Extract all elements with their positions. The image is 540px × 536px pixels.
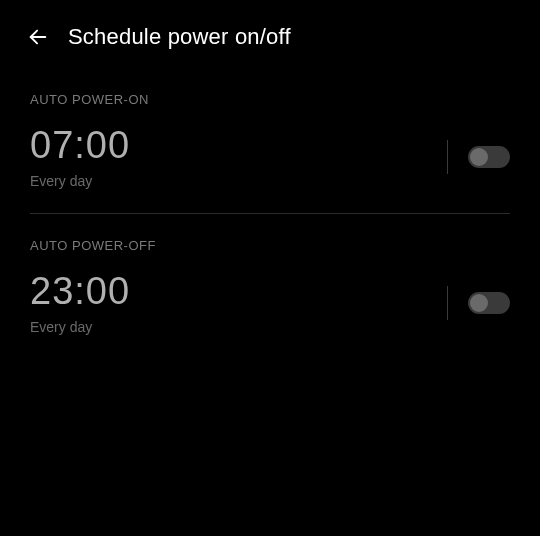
auto-power-off-row: 23:00 Every day — [30, 271, 510, 359]
auto-power-on-controls — [447, 140, 510, 174]
auto-power-on-label: AUTO POWER-ON — [30, 92, 510, 107]
auto-power-on-time-button[interactable]: 07:00 Every day — [30, 125, 130, 189]
back-icon[interactable] — [26, 25, 50, 49]
auto-power-off-time: 23:00 — [30, 271, 130, 313]
page-title: Schedule power on/off — [68, 24, 291, 50]
auto-power-off-section: AUTO POWER-OFF 23:00 Every day — [0, 238, 540, 359]
auto-power-on-section: AUTO POWER-ON 07:00 Every day — [0, 92, 540, 213]
auto-power-off-label: AUTO POWER-OFF — [30, 238, 510, 253]
divider — [30, 213, 510, 214]
auto-power-on-row: 07:00 Every day — [30, 125, 510, 213]
auto-power-off-controls — [447, 286, 510, 320]
auto-power-on-time: 07:00 — [30, 125, 130, 167]
auto-power-off-time-button[interactable]: 23:00 Every day — [30, 271, 130, 335]
auto-power-off-repeat: Every day — [30, 319, 130, 335]
divider-vertical — [447, 286, 448, 320]
auto-power-on-toggle[interactable] — [468, 146, 510, 168]
divider-vertical — [447, 140, 448, 174]
auto-power-on-repeat: Every day — [30, 173, 130, 189]
toggle-knob — [470, 148, 488, 166]
auto-power-off-toggle[interactable] — [468, 292, 510, 314]
header: Schedule power on/off — [0, 0, 540, 68]
toggle-knob — [470, 294, 488, 312]
